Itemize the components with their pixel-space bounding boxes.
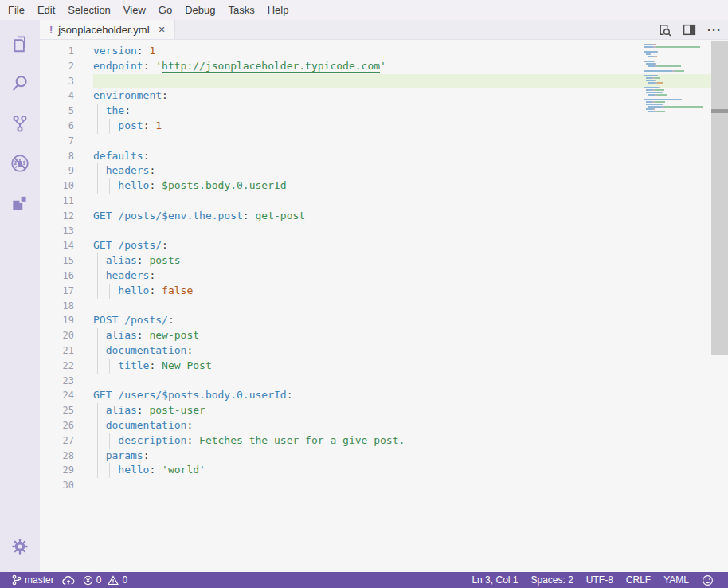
token-pln: : [186,344,193,356]
code-line[interactable]: 28params: [40,449,728,464]
code-line[interactable]: 3 [40,74,728,89]
minimap-segment [646,63,655,65]
minimap-line [644,96,710,98]
menu-item-tasks[interactable]: Tasks [221,2,260,18]
token-str: $posts.body.0.userId [162,179,287,191]
code-text: headers: [106,269,156,284]
menu-item-go[interactable]: Go [152,2,178,18]
code-line[interactable]: 29hello: 'world' [40,463,728,478]
code-line[interactable]: 22title: New Post [40,359,728,374]
menu-item-debug[interactable]: Debug [178,2,221,18]
code-line[interactable]: 6post: 1 [40,119,728,134]
code-line[interactable]: 25alias: post-user [40,403,728,418]
minimap-line [644,87,710,88]
scrollbar-thumb[interactable] [711,41,728,355]
minimap-line [644,65,710,67]
encoding-setting[interactable]: UTF-8 [580,572,620,588]
tab-title: jsonplaceholder.yml [58,24,149,36]
indent-guide-icon [109,433,110,449]
editor[interactable]: 1version: 12endpoint: 'http://jsonplaceh… [40,40,728,572]
token-str: new-post [149,329,199,341]
menu-item-help[interactable]: Help [261,2,296,18]
language-mode[interactable]: YAML [657,572,695,588]
code-line[interactable]: 16headers: [40,269,728,284]
code-line[interactable]: 8defaults: [40,149,728,164]
feedback-smiley-icon[interactable] [695,572,720,588]
minimap-segment [655,80,656,81]
minimap-segment [681,99,683,100]
indent-guide-icon [97,119,98,134]
close-icon[interactable]: ✕ [156,24,168,36]
git-branch-indicator[interactable]: master [8,572,58,588]
menu-item-selection[interactable]: Selection [61,2,116,18]
debug-icon[interactable] [6,149,34,178]
code-text: defaults: [93,149,149,164]
token-pln: : [143,150,150,162]
minimap[interactable] [644,44,710,116]
code-line[interactable]: 19POST /posts/: [40,313,728,328]
code-text: POST /posts/: [93,313,174,328]
minimap-segment [653,108,655,110]
minimap-segment [648,106,662,108]
code-line[interactable]: 26documentation: [40,418,728,433]
find-icon[interactable] [658,23,671,37]
code-line[interactable]: 23 [40,374,728,389]
code-line[interactable]: 2endpoint: 'http://jsonplaceholder.typic… [40,59,728,74]
minimap-segment [648,65,655,67]
source-control-icon[interactable] [6,109,34,138]
errors-warnings-indicator[interactable]: 0 0 [79,572,131,588]
code-line[interactable]: 17hello: false [40,284,728,299]
minimap-segment [655,89,664,91]
token-str: post-user [149,404,205,416]
code-line[interactable]: 12GET /posts/$env.the.post: get-post [40,209,728,224]
code-line[interactable]: 20alias: new-post [40,328,728,343]
settings-gear-icon[interactable] [6,532,34,561]
minimap-segment [657,75,659,76]
code-line[interactable]: 15alias: posts [40,253,728,269]
eol-setting[interactable]: CRLF [620,572,657,588]
explorer-icon[interactable] [6,29,34,58]
token-key: the [106,104,124,116]
code-line[interactable]: 11 [40,194,728,209]
minimap-line [644,104,710,105]
minimap-segment [657,65,681,67]
token-pln: : [162,239,168,251]
menu-item-file[interactable]: File [2,2,31,18]
menu-item-edit[interactable]: Edit [31,2,61,18]
token-str: ' [155,60,162,72]
token-pln: : [149,284,162,296]
code-line[interactable]: 24GET /users/$posts.body.0.userId: [40,388,728,403]
cursor-position[interactable]: Ln 3, Col 1 [465,572,524,588]
split-editor-icon[interactable] [683,23,696,37]
indent-guide-icon [97,178,98,194]
tab-jsonplaceholder-yml[interactable]: ! jsonplaceholder.yml ✕ [40,20,175,39]
code-line[interactable]: 1version: 1 [40,44,728,59]
code-line[interactable]: 30 [40,478,728,493]
code-text: hello: false [118,284,193,299]
code-line[interactable]: 5the: [40,104,728,119]
token-key: headers [106,269,150,281]
code-line[interactable]: 7 [40,134,728,149]
line-number: 5 [40,104,74,119]
code-line[interactable]: 18 [40,299,728,314]
sync-button[interactable] [58,572,79,588]
code-line[interactable]: 13 [40,224,728,239]
code-line[interactable]: 4environment: [40,88,728,104]
indentation-setting[interactable]: Spaces: 2 [524,572,579,588]
vscode-window: File Edit Selection View Go Debug Tasks … [0,0,728,588]
menu-item-view[interactable]: View [117,2,152,18]
token-key: environment [93,89,162,101]
link-text[interactable]: http://jsonplaceholder.typicode.com [162,60,380,73]
code-line[interactable]: 27description: Fetches the user for a gi… [40,433,728,449]
code-line[interactable]: 10hello: $posts.body.0.userId [40,178,728,194]
minimap-segment [655,101,666,103]
code-line[interactable]: 21documentation: [40,343,728,359]
error-icon [83,575,93,586]
search-icon[interactable] [6,69,34,98]
code-line[interactable]: 14GET /posts/: [40,238,728,253]
more-actions-icon[interactable]: ··· [707,23,722,37]
line-number: 21 [40,343,74,359]
extensions-icon[interactable] [6,189,34,218]
code-line[interactable]: 9headers: [40,163,728,178]
line-number: 2 [40,59,74,74]
